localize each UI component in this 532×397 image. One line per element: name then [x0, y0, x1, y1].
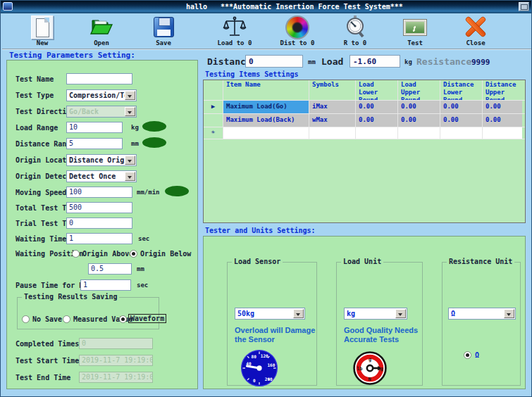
cell-distance-lower[interactable]: 0.00: [440, 114, 483, 127]
completed-times-label: Completed Times: [16, 340, 79, 348]
empty-cell[interactable]: [440, 127, 483, 139]
distance-range-input[interactable]: 5: [66, 138, 123, 149]
test-type-dropdown-arrow-icon[interactable]: [125, 91, 135, 100]
load-readout-unit: kg: [404, 58, 412, 65]
balance-scale-icon: [210, 15, 259, 39]
cell-symbol[interactable]: wMax: [309, 114, 356, 127]
test-button[interactable]: Test: [390, 15, 440, 46]
distance-readout-unit: mm: [308, 58, 316, 65]
r-to-zero-button[interactable]: R to 0: [330, 15, 380, 46]
cell-load-upper[interactable]: 0.00: [398, 114, 440, 127]
col-load-upper[interactable]: Load Upper Bound: [398, 80, 440, 100]
measured-value-radio[interactable]: [63, 315, 70, 323]
total-test-times-input[interactable]: 500: [66, 202, 132, 213]
svg-text:0: 0: [253, 378, 256, 383]
col-load-lower[interactable]: Load Lower Bound: [356, 80, 398, 100]
load-readout-label: Load: [321, 56, 343, 67]
svg-text:160: 160: [267, 363, 275, 367]
test-name-label: Test Name: [16, 75, 54, 83]
resistance-unit-dropdown[interactable]: Ω: [448, 308, 516, 320]
svg-text:200: 200: [265, 377, 273, 382]
items-table-title: Testing Items Settings: [205, 70, 298, 78]
toolbar: New Open Save: [2, 13, 531, 50]
svg-text:g: g: [369, 357, 371, 363]
cell-item-name[interactable]: Maximum Load(Back): [223, 114, 309, 127]
new-button[interactable]: New: [18, 15, 67, 46]
table-row[interactable]: ▶ Maximum Load(Go) iMax 0.00 0.00 0.00 0…: [204, 101, 525, 114]
dist-to-zero-button[interactable]: Dist to 0: [273, 15, 322, 46]
cell-symbol[interactable]: iMax: [309, 101, 356, 113]
units-section-title: Tester and Units Settings:: [205, 227, 316, 234]
ohm-radio[interactable]: [464, 351, 471, 359]
save-button[interactable]: Save: [139, 15, 188, 46]
table-row[interactable]: Maximum Load(Back) wMax 0.00 0.00 0.00 0…: [204, 114, 525, 127]
load-sensor-group: Load Sensor 50kg Overload will Damage th…: [227, 262, 317, 386]
cell-distance-upper[interactable]: 0.00: [483, 114, 522, 127]
load-to-zero-button[interactable]: Load to 0: [210, 15, 259, 46]
origin-location-dropdown[interactable]: Distance Origin: [66, 154, 137, 166]
resistance-unit-group: Resistance Unit Ω Ω: [442, 262, 521, 386]
origin-below-label: Origin Below: [140, 250, 191, 258]
load-unit-dropdown-arrow-icon[interactable]: [395, 309, 406, 318]
moving-speed-input[interactable]: 100: [66, 187, 132, 198]
cell-distance-lower[interactable]: 0.00: [440, 101, 483, 113]
table-selector-header: [204, 80, 223, 100]
origin-below-radio[interactable]: [130, 250, 137, 258]
window-title: ***Automatic Insertion Force Test System…: [221, 3, 403, 11]
load-unit-dropdown[interactable]: kg: [344, 308, 407, 320]
col-distance-upper[interactable]: Distance Upper Bound: [483, 80, 522, 100]
pause-time-input[interactable]: 1: [80, 279, 131, 291]
trial-test-times-input[interactable]: 0: [66, 218, 132, 229]
results-saving-title: Testing Results Saving: [22, 293, 119, 301]
test-start-time-field: 2019-11-7 19:19:02: [79, 355, 153, 366]
waveform-radio[interactable]: [119, 315, 127, 323]
open-button-label: Open: [77, 39, 126, 46]
units-panel: Load Sensor 50kg Overload will Damage th…: [203, 236, 526, 389]
origin-above-radio[interactable]: [72, 250, 80, 258]
waiting-offset-input[interactable]: 0.5: [88, 263, 132, 275]
table-new-row[interactable]: ✳: [204, 127, 525, 139]
resistance-unit-dropdown-arrow-icon[interactable]: [504, 309, 514, 318]
cell-item-name[interactable]: Maximum Load(Go): [223, 101, 309, 113]
cell-load-lower[interactable]: 0.00: [356, 114, 398, 127]
title-bar[interactable]: hallo ***Automatic Insertion Force Test …: [1, 1, 531, 13]
unit-dial-icon: glb kgN: [344, 351, 396, 385]
blue-gauge-icon: 4080 120160 2000: [229, 350, 290, 386]
waiting-time-input[interactable]: 1: [66, 233, 132, 244]
col-symbols[interactable]: Symbols: [309, 80, 356, 100]
close-button[interactable]: Close: [451, 15, 500, 46]
origin-location-dropdown-arrow-icon[interactable]: [125, 156, 135, 165]
open-button[interactable]: Open: [77, 15, 126, 46]
origin-above-label: Origin Above: [82, 250, 133, 258]
test-end-time-label: Test End Time: [16, 374, 70, 382]
test-type-label: Test Type: [16, 92, 54, 99]
resistance-readout-label: Resistance: [416, 56, 471, 67]
waveform-label: Waveform: [128, 314, 166, 323]
load-sensor-note-1: Overload will Damage: [235, 326, 315, 335]
empty-cell[interactable]: [356, 127, 398, 139]
empty-cell[interactable]: [398, 127, 440, 139]
col-distance-lower[interactable]: Distance Lower Bound: [440, 80, 483, 100]
moving-speed-indicator: [165, 186, 189, 196]
results-saving-group: Testing Results Saving No Save Measured …: [17, 297, 159, 329]
origin-detection-dropdown-arrow-icon[interactable]: [125, 172, 135, 181]
no-save-radio[interactable]: [22, 315, 30, 323]
cell-distance-upper[interactable]: 0.00: [483, 101, 522, 113]
cell-load-lower[interactable]: 0.00: [356, 101, 398, 113]
svg-text:120: 120: [261, 353, 268, 358]
load-sensor-dropdown-arrow-icon[interactable]: [293, 309, 304, 318]
cell-load-upper[interactable]: 0.00: [398, 101, 440, 113]
load-unit-group: Load Unit kg Good Quality Needs Accurate…: [336, 262, 423, 386]
test-name-input[interactable]: [66, 73, 132, 84]
load-sensor-dropdown[interactable]: 50kg: [235, 308, 305, 320]
empty-cell[interactable]: [483, 127, 522, 139]
svg-text:80: 80: [252, 354, 257, 359]
col-item-name[interactable]: Item Name: [223, 80, 309, 100]
window-control-button[interactable]: [519, 2, 529, 11]
origin-detection-dropdown[interactable]: Detect Once: [66, 170, 137, 182]
test-type-dropdown[interactable]: Compression/Tensio: [66, 89, 137, 101]
load-range-input[interactable]: 10: [66, 122, 123, 133]
empty-cell[interactable]: [223, 127, 309, 139]
empty-cell[interactable]: [309, 127, 356, 139]
resistance-readout-value: 9999: [471, 58, 490, 67]
